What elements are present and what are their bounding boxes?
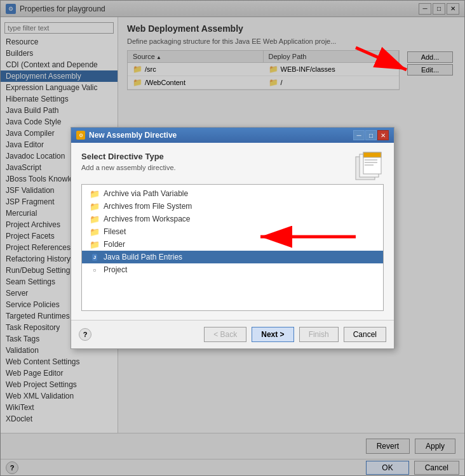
directive-label: Project <box>104 265 127 274</box>
java-icon: J <box>90 253 100 261</box>
directive-item[interactable]: ▫Project <box>82 263 383 276</box>
back-button[interactable]: < Back <box>204 327 246 342</box>
directive-label: Fileset <box>104 227 126 236</box>
project-icon: ▫ <box>90 265 100 274</box>
directive-label: Folder <box>104 240 125 249</box>
svg-rect-4 <box>365 159 377 161</box>
directive-item[interactable]: 📁Archives from Workspace <box>82 213 383 225</box>
finish-button[interactable]: Finish <box>299 327 339 342</box>
folder-icon: 📁 <box>90 227 100 236</box>
dialog-icon: ⚙ <box>76 131 85 140</box>
folder-icon: 📁 <box>90 240 100 249</box>
directive-item[interactable]: 📁Archives from File System <box>82 200 383 213</box>
directives-list: 📁Archive via Path Variable📁Archives from… <box>81 184 384 311</box>
dialog-overlay: ⚙ New Assembly Directive ─ □ ✕ Select Di… <box>0 0 465 476</box>
directive-label: Archives from File System <box>104 202 192 211</box>
svg-rect-6 <box>365 164 374 166</box>
dialog-title-bar: ⚙ New Assembly Directive ─ □ ✕ <box>71 128 394 143</box>
dialog-cancel-button[interactable]: Cancel <box>344 327 386 342</box>
svg-rect-5 <box>365 162 377 163</box>
directive-item[interactable]: 📁Fileset <box>82 225 383 238</box>
directive-type-icon <box>353 152 384 184</box>
directive-label: Archives from Workspace <box>104 215 190 223</box>
next-button[interactable]: Next > <box>252 327 293 342</box>
svg-rect-3 <box>363 152 381 157</box>
dialog-footer: ? < Back Next > Finish Cancel <box>71 320 394 348</box>
dialog-minimize-button[interactable]: ─ <box>353 130 365 140</box>
dialog-subdesc: Add a new assembly directive. <box>81 164 176 171</box>
archive-icon: 📁 <box>90 189 100 198</box>
dialog-title-text: New Assembly Directive <box>89 131 177 140</box>
dialog-title-left: ⚙ New Assembly Directive <box>76 131 177 140</box>
directive-item[interactable]: JJava Build Path Entries <box>82 251 383 263</box>
new-assembly-dialog: ⚙ New Assembly Directive ─ □ ✕ Select Di… <box>71 127 394 349</box>
dialog-maximize-button[interactable]: □ <box>365 130 377 140</box>
dialog-title-controls: ─ □ ✕ <box>353 130 389 140</box>
dialog-body: Select Directive Type Add a new assembly… <box>71 143 394 320</box>
directive-label: Java Build Path Entries <box>104 253 182 261</box>
directive-item[interactable]: 📁Archive via Path Variable <box>82 187 383 200</box>
archive-icon: 📁 <box>90 215 100 223</box>
archive-icon: 📁 <box>90 202 100 211</box>
dialog-close-button[interactable]: ✕ <box>377 130 389 140</box>
dialog-help-button[interactable]: ? <box>79 328 91 341</box>
directive-item[interactable]: 📁Folder <box>82 238 383 251</box>
dialog-subtitle: Select Directive Type <box>81 152 176 161</box>
directive-label: Archive via Path Variable <box>104 189 188 198</box>
